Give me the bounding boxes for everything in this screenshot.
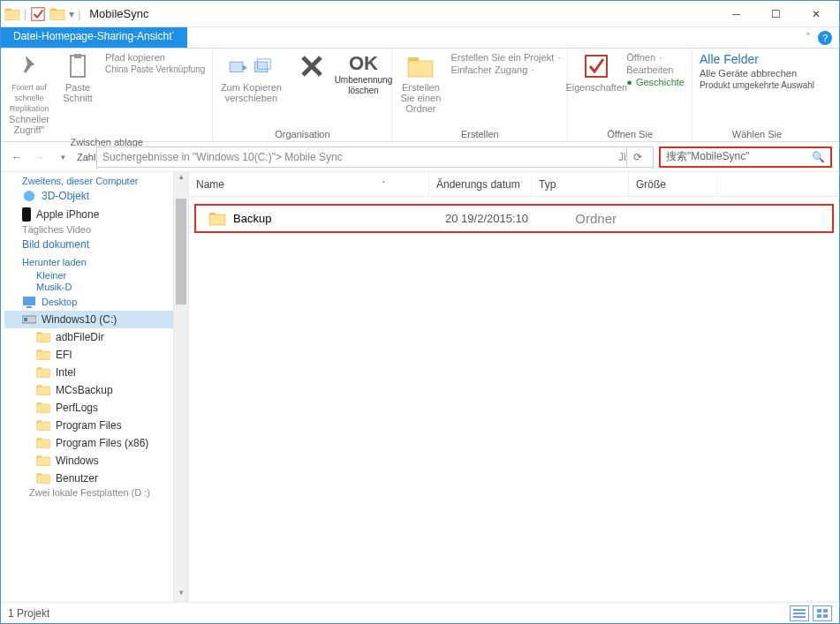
delete-x-icon: [298, 52, 326, 80]
folder-icon: [36, 331, 50, 343]
file-row-backup[interactable]: Backup 20 19/2/2015:10 Ordner: [194, 204, 834, 233]
svg-rect-25: [37, 387, 49, 395]
navigation-pane[interactable]: Zweitens, dieser Computer 3D-Objekt Appl…: [1, 172, 189, 602]
tree-program-files-x86[interactable]: Program Files (x86): [4, 434, 188, 452]
tree-desktop[interactable]: Desktop: [4, 293, 188, 311]
search-icon[interactable]: 🔍: [812, 151, 825, 163]
maximize-button[interactable]: ☐: [756, 2, 796, 26]
nav-scrollbar-thumb[interactable]: [176, 199, 186, 304]
minimize-button[interactable]: ─: [716, 2, 756, 26]
select-group-label: Wählen Sie: [732, 129, 782, 139]
svg-rect-29: [37, 422, 49, 431]
close-button[interactable]: ✕: [796, 2, 836, 26]
select-none-button[interactable]: Alle Geräte abbrechen: [700, 68, 814, 79]
tree-efi[interactable]: EFI: [4, 346, 188, 364]
tree-program-files[interactable]: Program Files: [4, 417, 188, 434]
move-icon: [227, 52, 250, 80]
edit-button[interactable]: Bearbeiten: [626, 64, 685, 75]
tree-drive-c[interactable]: Windows10 (C:): [4, 311, 188, 328]
svg-rect-23: [37, 369, 49, 378]
move-to-button[interactable]: Zum Kopieren verschieben: [220, 52, 282, 103]
desktop-icon: [22, 296, 36, 308]
column-date[interactable]: Änderungs datum: [429, 172, 532, 196]
easy-access-button[interactable]: Einfacher Zugang ·: [450, 64, 560, 75]
status-bar: 1 Projekt: [1, 602, 839, 623]
svg-rect-42: [823, 609, 828, 613]
search-placeholder: 搜索"MobileSync": [666, 149, 750, 164]
nav-scrollbar[interactable]: ▴ ▾: [173, 172, 188, 602]
organize-group-label: Organisation: [275, 129, 329, 139]
select-all-button[interactable]: Alle Felder: [700, 52, 814, 66]
svg-rect-7: [231, 62, 244, 71]
forward-button[interactable]: →: [31, 148, 49, 166]
svg-rect-14: [23, 297, 35, 305]
paste-shortcut-button[interactable]: China Paste Verknüpfung: [105, 64, 205, 74]
ribbon: Fixiert auf schnelle Replikation Schnell…: [1, 49, 839, 142]
tree-intel[interactable]: Intel: [4, 364, 188, 381]
refresh-button[interactable]: ⟳: [626, 147, 647, 167]
back-button[interactable]: ←: [8, 148, 26, 166]
tree-adb[interactable]: adbFileDir: [4, 328, 188, 346]
sort-indicator-icon: ˄: [382, 180, 386, 189]
qat-dropdown-icon[interactable]: ▾: [69, 8, 74, 20]
copy-to-icon: [252, 52, 275, 80]
tree-mcsbackup[interactable]: MCsBackup: [4, 381, 188, 399]
svg-rect-33: [37, 457, 49, 466]
tree-music[interactable]: Musik-D: [4, 282, 188, 293]
svg-rect-17: [24, 318, 27, 321]
tree-perflogs[interactable]: PerfLogs: [4, 399, 188, 417]
paste-button[interactable]: Paste: [59, 52, 96, 93]
svg-rect-5: [71, 56, 85, 77]
tree-drive-d[interactable]: Zwei lokale Festplatten (D :): [4, 487, 188, 499]
folder-icon: [4, 6, 20, 22]
up-button[interactable]: Zahl: [77, 152, 91, 162]
cut-label[interactable]: Schnitt: [63, 93, 93, 103]
help-icon[interactable]: ?: [818, 31, 832, 45]
column-size[interactable]: Größe: [629, 172, 717, 196]
tree-3d-objects[interactable]: 3D-Objekt: [4, 187, 188, 205]
globe-icon: [22, 190, 36, 202]
tree-iphone[interactable]: Apple iPhone: [4, 205, 188, 224]
view-details-button[interactable]: [790, 605, 809, 621]
view-large-icons-button[interactable]: [813, 605, 832, 621]
invert-selection-button[interactable]: Produkt umgekehrte Auswahl: [700, 80, 814, 90]
search-box[interactable]: 搜索"MobileSync" 🔍: [659, 147, 832, 168]
svg-rect-31: [37, 440, 49, 448]
tree-pictures[interactable]: Bild dokument: [4, 236, 188, 254]
svg-rect-11: [408, 61, 433, 77]
tree-users[interactable]: Benutzer: [4, 470, 188, 487]
address-bar[interactable]: Suchergebnisse in "Windows 10(C:)"> Mobi…: [96, 147, 654, 168]
svg-rect-35: [37, 475, 49, 484]
tree-this-pc[interactable]: Zweitens, dieser Computer: [4, 176, 188, 187]
delete-button[interactable]: [291, 52, 333, 82]
folder-icon: [36, 419, 50, 432]
history-button[interactable]: ● Geschichte: [626, 77, 685, 87]
rename-button[interactable]: OK Umbenennung löschen: [342, 52, 384, 96]
column-type[interactable]: Typ: [532, 172, 629, 196]
new-item-button[interactable]: Erstellen Sie ein Projekt ·: [450, 52, 560, 63]
svg-rect-1: [5, 10, 19, 19]
tree-downloads[interactable]: Herunter laden: [4, 254, 188, 270]
new-folder-icon: [406, 52, 435, 80]
tab-file[interactable]: Datei-Homepage-Sharing-Ansicht˙: [1, 27, 187, 48]
address-bar-row: ← → ▾ Zahl Suchergebnisse in "Windows 10…: [1, 142, 839, 172]
qat-folder-icon[interactable]: [49, 6, 65, 22]
ribbon-collapse-icon[interactable]: ˄: [806, 32, 811, 44]
tree-music-small[interactable]: Kleiner: [4, 270, 188, 282]
new-group-label: Erstellen: [461, 129, 499, 139]
svg-rect-19: [37, 334, 49, 342]
recent-locations-button[interactable]: ▾: [54, 148, 72, 166]
qat-checkbox-icon[interactable]: [30, 6, 46, 22]
column-name[interactable]: Name˄: [189, 172, 429, 196]
title-bar: | ▾ | MobileSync ─ ☐ ✕: [1, 1, 839, 27]
new-folder-button[interactable]: Erstellen Sie einen Ordner: [399, 52, 442, 114]
tree-videos[interactable]: Tägliches Video: [4, 224, 188, 236]
folder-icon: [36, 366, 50, 379]
pin-quick-access-button[interactable]: Fixiert auf schnelle Replikation Schnell…: [8, 52, 50, 135]
properties-button[interactable]: Eigenschaften: [575, 52, 617, 93]
open-button[interactable]: Öffnen ·: [626, 52, 685, 63]
svg-rect-4: [50, 10, 64, 19]
tree-windows-folder[interactable]: Windows: [4, 452, 188, 470]
copy-path-button[interactable]: Pfad kopieren: [105, 52, 205, 63]
ribbon-tabs: Datei-Homepage-Sharing-Ansicht˙ ˄ ?: [1, 27, 839, 49]
